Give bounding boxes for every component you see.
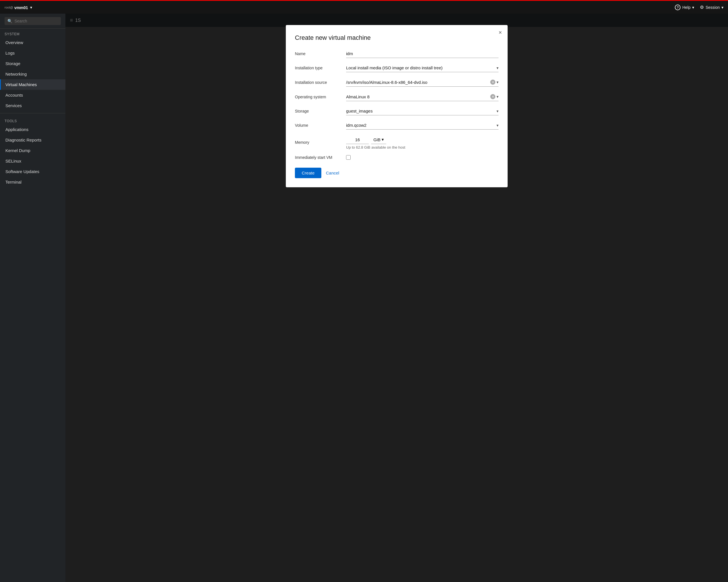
memory-input[interactable] [346,136,369,144]
sidebar-label-tools: Tools [0,116,66,124]
memory-unit-label: GiB [373,137,381,142]
storage-value: guest_images [346,109,496,113]
installation-source-select[interactable]: /srv/kvm/iso/AlmaLinux-8.6-x86_64-dvd.is… [346,78,498,87]
sidebar-item-networking[interactable]: Networking [0,69,66,79]
form-row-memory: Memory GiB ▾ Up to 62.8 GiB available on… [295,135,498,149]
topbar-hostname: vmm01 [14,6,28,10]
sidebar-item-system: System [0,29,66,37]
modal-close-button[interactable]: × [498,30,502,35]
installation-type-select[interactable]: Local install media (ISO image or distro… [346,64,498,72]
memory-label: Memory [295,140,346,145]
help-icon: ? [675,4,680,10]
memory-unit-chevron-icon[interactable]: ▾ [382,137,384,142]
operating-system-chevron-icon[interactable]: ▾ [496,94,498,99]
operating-system-label: Operating system [295,94,346,99]
search-icon: 🔍 [7,19,12,23]
sidebar-item-storage[interactable]: Storage [0,58,66,69]
memory-field-container: GiB ▾ Up to 62.8 GiB available on the ho… [346,135,498,149]
name-field-container [346,50,498,58]
modal-title: Create new virtual machine [295,34,498,41]
create-vm-modal: × Create new virtual machine Name Instal… [286,25,508,187]
help-label: Help [682,5,691,10]
storage-field-container: guest_images ▾ [346,107,498,115]
form-row-operating-system: Operating system AlmaLinux 8 ✕ ▾ [295,92,498,101]
storage-chevron-icon[interactable]: ▾ [496,109,498,113]
volume-value: idm.qcow2 [346,123,496,128]
sidebar-item-selinux[interactable]: SELinux [0,156,66,166]
immediately-start-container [346,155,498,160]
volume-select[interactable]: idm.qcow2 ▾ [346,121,498,130]
sidebar-item-virtual-machines[interactable]: Virtual Machines [0,79,66,90]
topbar-user: root@ [4,6,13,9]
topbar-user-section: root@ vmm01 ▾ [4,5,32,10]
installation-type-chevron-icon[interactable]: ▾ [496,66,498,70]
operating-system-field-container: AlmaLinux 8 ✕ ▾ [346,92,498,101]
sidebar-item-logs[interactable]: Logs [0,48,66,58]
search-input[interactable] [15,19,58,23]
search-container[interactable]: 🔍 [4,17,61,25]
form-row-name: Name [295,50,498,58]
operating-system-value: AlmaLinux 8 [346,94,490,99]
memory-row: GiB ▾ [346,135,498,144]
sidebar: 🔍 System Overview Logs Storage Networkin… [0,13,66,582]
form-row-immediately-start: Immediately start VM [295,155,498,160]
sidebar-item-kernel-dump[interactable]: Kernel Dump [0,145,66,156]
immediately-start-checkbox[interactable] [346,155,350,160]
installation-source-chevron-icon[interactable]: ▾ [496,80,498,84]
sidebar-item-accounts[interactable]: Accounts [0,90,66,100]
installation-source-field-container: /srv/kvm/iso/AlmaLinux-8.6-x86_64-dvd.is… [346,78,498,87]
installation-source-label: Installation source [295,80,346,85]
topbar: root@ vmm01 ▾ ? Help ▾ ⚙ Session ▾ [0,0,728,13]
gear-icon: ⚙ [700,4,704,10]
session-label: Session [705,5,720,10]
operating-system-select[interactable]: AlmaLinux 8 ✕ ▾ [346,92,498,101]
sidebar-divider [0,113,66,113]
memory-unit-select[interactable]: GiB ▾ [371,135,386,144]
name-label: Name [295,51,346,56]
sidebar-item-applications[interactable]: Applications [0,124,66,135]
installation-type-field-container: Local install media (ISO image or distro… [346,64,498,72]
installation-type-label: Installation type [295,66,346,70]
create-button[interactable]: Create [295,168,321,178]
form-actions: Create Cancel [295,168,498,178]
layout: 🔍 System Overview Logs Storage Networkin… [0,13,728,582]
form-row-installation-source: Installation source /srv/kvm/iso/AlmaLin… [295,78,498,87]
session-dropdown-arrow[interactable]: ▾ [722,5,724,10]
installation-source-clear-icon[interactable]: ✕ [490,80,495,85]
volume-chevron-icon[interactable]: ▾ [496,123,498,128]
topbar-dropdown-arrow[interactable]: ▾ [30,5,32,10]
help-dropdown-arrow[interactable]: ▾ [692,5,694,10]
volume-label: Volume [295,123,346,128]
immediately-start-label: Immediately start VM [295,155,346,160]
cancel-button[interactable]: Cancel [326,170,339,175]
sidebar-item-services[interactable]: Services [0,100,66,111]
storage-select[interactable]: guest_images ▾ [346,107,498,115]
main-area: ≡ 1S × Create new virtual machine Name I… [66,13,728,582]
operating-system-clear-icon[interactable]: ✕ [490,94,495,99]
sidebar-item-overview[interactable]: Overview [0,37,66,48]
form-row-volume: Volume idm.qcow2 ▾ [295,121,498,130]
help-button[interactable]: ? Help ▾ [675,4,694,10]
sidebar-item-software-updates[interactable]: Software Updates [0,166,66,177]
storage-label: Storage [295,109,346,113]
sidebar-item-diagnostic-reports[interactable]: Diagnostic Reports [0,135,66,145]
sidebar-item-terminal[interactable]: Terminal [0,177,66,187]
name-input[interactable] [346,50,498,58]
session-button[interactable]: ⚙ Session ▾ [700,4,724,10]
form-row-storage: Storage guest_images ▾ [295,107,498,115]
memory-hint: Up to 62.8 GiB available on the host [346,145,498,149]
installation-source-value: /srv/kvm/iso/AlmaLinux-8.6-x86_64-dvd.is… [346,80,490,85]
modal-overlay: × Create new virtual machine Name Instal… [66,13,728,582]
topbar-actions: ? Help ▾ ⚙ Session ▾ [675,4,724,10]
sidebar-search-section: 🔍 [0,13,66,29]
volume-field-container: idm.qcow2 ▾ [346,121,498,130]
installation-type-value: Local install media (ISO image or distro… [346,65,496,70]
form-row-installation-type: Installation type Local install media (I… [295,64,498,72]
